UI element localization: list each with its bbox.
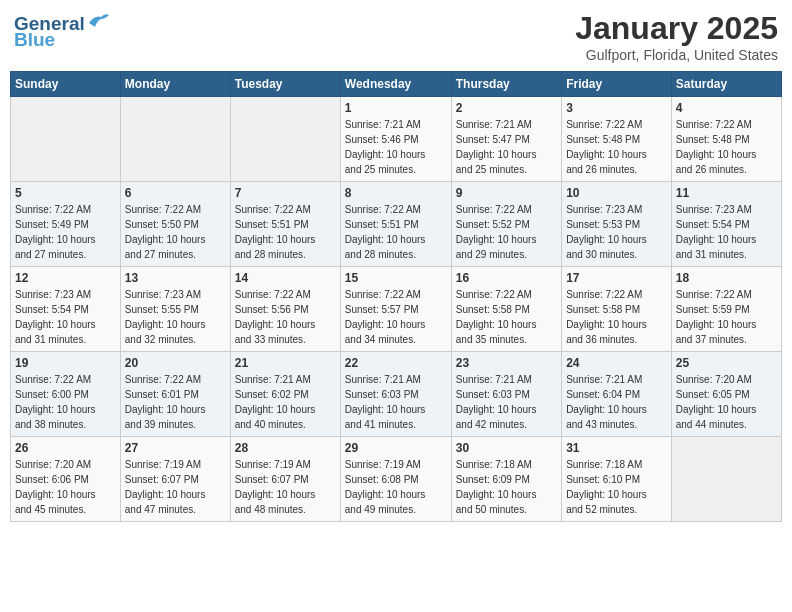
day-number: 5 xyxy=(15,186,116,200)
logo-bird-icon xyxy=(87,13,109,27)
calendar-cell: 17Sunrise: 7:22 AM Sunset: 5:58 PM Dayli… xyxy=(562,267,672,352)
day-number: 27 xyxy=(125,441,226,455)
day-info: Sunrise: 7:22 AM Sunset: 5:57 PM Dayligh… xyxy=(345,287,447,347)
day-number: 14 xyxy=(235,271,336,285)
calendar-cell: 1Sunrise: 7:21 AM Sunset: 5:46 PM Daylig… xyxy=(340,97,451,182)
day-info: Sunrise: 7:22 AM Sunset: 5:51 PM Dayligh… xyxy=(235,202,336,262)
day-number: 28 xyxy=(235,441,336,455)
page-header: General Blue January 2025 Gulfport, Flor… xyxy=(10,10,782,63)
calendar-cell: 29Sunrise: 7:19 AM Sunset: 6:08 PM Dayli… xyxy=(340,437,451,522)
day-number: 24 xyxy=(566,356,667,370)
day-info: Sunrise: 7:18 AM Sunset: 6:09 PM Dayligh… xyxy=(456,457,557,517)
week-row-5: 26Sunrise: 7:20 AM Sunset: 6:06 PM Dayli… xyxy=(11,437,782,522)
weekday-header-sunday: Sunday xyxy=(11,72,121,97)
day-info: Sunrise: 7:21 AM Sunset: 6:04 PM Dayligh… xyxy=(566,372,667,432)
day-number: 13 xyxy=(125,271,226,285)
day-info: Sunrise: 7:22 AM Sunset: 5:51 PM Dayligh… xyxy=(345,202,447,262)
weekday-header-tuesday: Tuesday xyxy=(230,72,340,97)
day-info: Sunrise: 7:21 AM Sunset: 6:03 PM Dayligh… xyxy=(345,372,447,432)
day-number: 17 xyxy=(566,271,667,285)
calendar-cell: 24Sunrise: 7:21 AM Sunset: 6:04 PM Dayli… xyxy=(562,352,672,437)
calendar-cell: 26Sunrise: 7:20 AM Sunset: 6:06 PM Dayli… xyxy=(11,437,121,522)
day-number: 1 xyxy=(345,101,447,115)
calendar-cell: 10Sunrise: 7:23 AM Sunset: 5:53 PM Dayli… xyxy=(562,182,672,267)
calendar-cell: 9Sunrise: 7:22 AM Sunset: 5:52 PM Daylig… xyxy=(451,182,561,267)
weekday-header-saturday: Saturday xyxy=(671,72,781,97)
day-info: Sunrise: 7:18 AM Sunset: 6:10 PM Dayligh… xyxy=(566,457,667,517)
day-number: 12 xyxy=(15,271,116,285)
calendar-cell: 7Sunrise: 7:22 AM Sunset: 5:51 PM Daylig… xyxy=(230,182,340,267)
day-number: 21 xyxy=(235,356,336,370)
calendar-cell: 16Sunrise: 7:22 AM Sunset: 5:58 PM Dayli… xyxy=(451,267,561,352)
weekday-header-thursday: Thursday xyxy=(451,72,561,97)
weekday-header-friday: Friday xyxy=(562,72,672,97)
calendar-cell xyxy=(120,97,230,182)
day-number: 10 xyxy=(566,186,667,200)
day-number: 11 xyxy=(676,186,777,200)
location-title: Gulfport, Florida, United States xyxy=(575,47,778,63)
day-info: Sunrise: 7:21 AM Sunset: 6:02 PM Dayligh… xyxy=(235,372,336,432)
calendar-cell: 13Sunrise: 7:23 AM Sunset: 5:55 PM Dayli… xyxy=(120,267,230,352)
calendar-cell: 22Sunrise: 7:21 AM Sunset: 6:03 PM Dayli… xyxy=(340,352,451,437)
day-number: 25 xyxy=(676,356,777,370)
week-row-4: 19Sunrise: 7:22 AM Sunset: 6:00 PM Dayli… xyxy=(11,352,782,437)
day-number: 30 xyxy=(456,441,557,455)
day-number: 22 xyxy=(345,356,447,370)
week-row-2: 5Sunrise: 7:22 AM Sunset: 5:49 PM Daylig… xyxy=(11,182,782,267)
day-number: 7 xyxy=(235,186,336,200)
calendar-cell: 18Sunrise: 7:22 AM Sunset: 5:59 PM Dayli… xyxy=(671,267,781,352)
day-number: 9 xyxy=(456,186,557,200)
day-info: Sunrise: 7:20 AM Sunset: 6:05 PM Dayligh… xyxy=(676,372,777,432)
calendar-cell: 30Sunrise: 7:18 AM Sunset: 6:09 PM Dayli… xyxy=(451,437,561,522)
day-number: 3 xyxy=(566,101,667,115)
month-title: January 2025 xyxy=(575,10,778,47)
day-info: Sunrise: 7:22 AM Sunset: 5:56 PM Dayligh… xyxy=(235,287,336,347)
calendar-cell: 25Sunrise: 7:20 AM Sunset: 6:05 PM Dayli… xyxy=(671,352,781,437)
day-info: Sunrise: 7:19 AM Sunset: 6:07 PM Dayligh… xyxy=(125,457,226,517)
calendar-cell: 5Sunrise: 7:22 AM Sunset: 5:49 PM Daylig… xyxy=(11,182,121,267)
calendar-cell: 11Sunrise: 7:23 AM Sunset: 5:54 PM Dayli… xyxy=(671,182,781,267)
weekday-header-monday: Monday xyxy=(120,72,230,97)
calendar-cell: 20Sunrise: 7:22 AM Sunset: 6:01 PM Dayli… xyxy=(120,352,230,437)
day-number: 16 xyxy=(456,271,557,285)
day-number: 18 xyxy=(676,271,777,285)
logo: General Blue xyxy=(14,10,109,51)
week-row-3: 12Sunrise: 7:23 AM Sunset: 5:54 PM Dayli… xyxy=(11,267,782,352)
day-info: Sunrise: 7:20 AM Sunset: 6:06 PM Dayligh… xyxy=(15,457,116,517)
day-number: 15 xyxy=(345,271,447,285)
day-info: Sunrise: 7:22 AM Sunset: 6:01 PM Dayligh… xyxy=(125,372,226,432)
day-info: Sunrise: 7:21 AM Sunset: 5:47 PM Dayligh… xyxy=(456,117,557,177)
calendar-cell: 6Sunrise: 7:22 AM Sunset: 5:50 PM Daylig… xyxy=(120,182,230,267)
calendar-cell: 19Sunrise: 7:22 AM Sunset: 6:00 PM Dayli… xyxy=(11,352,121,437)
calendar-cell: 2Sunrise: 7:21 AM Sunset: 5:47 PM Daylig… xyxy=(451,97,561,182)
day-info: Sunrise: 7:22 AM Sunset: 6:00 PM Dayligh… xyxy=(15,372,116,432)
day-number: 26 xyxy=(15,441,116,455)
day-number: 23 xyxy=(456,356,557,370)
calendar-cell xyxy=(230,97,340,182)
calendar-table: SundayMondayTuesdayWednesdayThursdayFrid… xyxy=(10,71,782,522)
calendar-cell: 15Sunrise: 7:22 AM Sunset: 5:57 PM Dayli… xyxy=(340,267,451,352)
calendar-cell: 3Sunrise: 7:22 AM Sunset: 5:48 PM Daylig… xyxy=(562,97,672,182)
day-number: 31 xyxy=(566,441,667,455)
day-number: 20 xyxy=(125,356,226,370)
day-info: Sunrise: 7:22 AM Sunset: 5:59 PM Dayligh… xyxy=(676,287,777,347)
day-info: Sunrise: 7:22 AM Sunset: 5:48 PM Dayligh… xyxy=(676,117,777,177)
day-number: 19 xyxy=(15,356,116,370)
calendar-cell: 8Sunrise: 7:22 AM Sunset: 5:51 PM Daylig… xyxy=(340,182,451,267)
day-info: Sunrise: 7:22 AM Sunset: 5:58 PM Dayligh… xyxy=(566,287,667,347)
day-info: Sunrise: 7:23 AM Sunset: 5:53 PM Dayligh… xyxy=(566,202,667,262)
day-info: Sunrise: 7:22 AM Sunset: 5:49 PM Dayligh… xyxy=(15,202,116,262)
calendar-cell xyxy=(671,437,781,522)
day-info: Sunrise: 7:22 AM Sunset: 5:58 PM Dayligh… xyxy=(456,287,557,347)
day-number: 8 xyxy=(345,186,447,200)
weekday-header-row: SundayMondayTuesdayWednesdayThursdayFrid… xyxy=(11,72,782,97)
calendar-cell: 12Sunrise: 7:23 AM Sunset: 5:54 PM Dayli… xyxy=(11,267,121,352)
calendar-cell: 14Sunrise: 7:22 AM Sunset: 5:56 PM Dayli… xyxy=(230,267,340,352)
day-info: Sunrise: 7:21 AM Sunset: 6:03 PM Dayligh… xyxy=(456,372,557,432)
calendar-cell: 31Sunrise: 7:18 AM Sunset: 6:10 PM Dayli… xyxy=(562,437,672,522)
day-number: 4 xyxy=(676,101,777,115)
calendar-cell xyxy=(11,97,121,182)
day-info: Sunrise: 7:22 AM Sunset: 5:48 PM Dayligh… xyxy=(566,117,667,177)
title-block: January 2025 Gulfport, Florida, United S… xyxy=(575,10,778,63)
week-row-1: 1Sunrise: 7:21 AM Sunset: 5:46 PM Daylig… xyxy=(11,97,782,182)
